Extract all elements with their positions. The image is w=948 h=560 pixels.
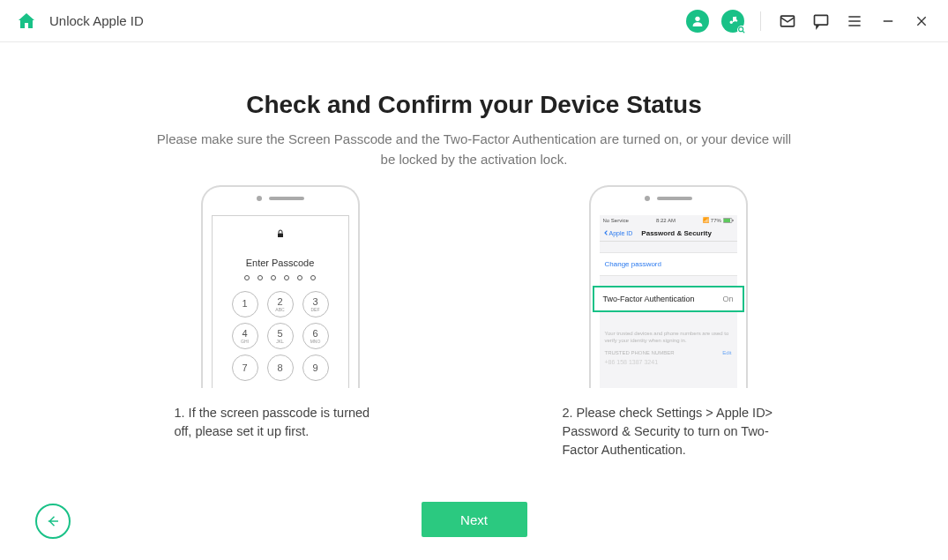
settings-screen: No Service 8:22 AM 📶 77% Apple ID Passwo… <box>600 215 737 388</box>
passcode-dot <box>244 275 250 280</box>
phones-row: Enter Passcode 1 2ABC 3DEF <box>0 185 948 459</box>
mail-icon[interactable] <box>777 11 798 32</box>
tfa-label: Two-Factor Authentication <box>603 295 695 303</box>
nav-row: Apple ID Password & Security <box>600 225 737 242</box>
keypad-key-7: 7 <box>232 355 258 381</box>
settings-phone: No Service 8:22 AM 📶 77% Apple ID Passwo… <box>589 185 748 388</box>
earpiece-icon <box>657 197 692 200</box>
trusted-header: TRUSTED PHONE NUMBER Edit <box>600 348 737 357</box>
account-icon[interactable] <box>686 10 709 33</box>
svg-rect-5 <box>278 234 283 238</box>
status-time: 8:22 AM <box>656 218 676 223</box>
two-factor-row: Two-Factor Authentication On <box>593 286 744 312</box>
keypad-key-5: 5JKL <box>267 323 294 349</box>
titlebar-left: Unlock Apple ID <box>16 11 144 32</box>
enter-passcode-label: Enter Passcode <box>213 258 348 268</box>
phone-top <box>591 187 746 210</box>
svg-rect-8 <box>732 220 733 221</box>
passcode-dot <box>310 275 316 280</box>
nav-title: Password & Security <box>641 229 712 237</box>
page-title: Check and Confirm your Device Status <box>0 91 948 119</box>
passcode-phone: Enter Passcode 1 2ABC 3DEF <box>201 185 360 388</box>
svg-rect-4 <box>815 15 828 25</box>
status-carrier: No Service <box>603 218 629 223</box>
passcode-dot <box>271 275 276 280</box>
keypad-key-8: 8 <box>267 355 294 381</box>
svg-point-1 <box>735 19 737 21</box>
change-password-row: Change password <box>600 252 737 276</box>
settings-column: No Service 8:22 AM 📶 77% Apple ID Passwo… <box>554 185 783 459</box>
svg-point-2 <box>739 26 743 31</box>
keypad-key-3: 3DEF <box>302 291 329 317</box>
edit-link: Edit <box>722 350 731 355</box>
back-button[interactable] <box>35 504 71 539</box>
music-search-icon[interactable] <box>721 10 744 33</box>
titlebar-right <box>686 10 932 33</box>
trusted-phone: +86 158 1387 3241 <box>600 357 737 367</box>
earpiece-icon <box>269 197 304 200</box>
titlebar-title: Unlock Apple ID <box>49 13 144 28</box>
status-battery: 📶 77% <box>703 217 733 223</box>
keypad: 1 2ABC 3DEF 4GHI 5JKL 6MNO 7 8 9 <box>213 291 348 381</box>
minimize-icon[interactable] <box>877 11 899 32</box>
page-subtext: Please make sure the Screen Passcode and… <box>157 130 792 169</box>
titlebar: Unlock Apple ID <box>0 0 948 42</box>
keypad-key-2: 2ABC <box>267 291 294 317</box>
feedback-icon[interactable] <box>810 11 832 32</box>
menu-icon[interactable] <box>844 11 865 32</box>
tfa-description: Your trusted devices and phone numbers a… <box>600 327 737 348</box>
divider <box>760 11 761 31</box>
phone-top <box>203 187 358 210</box>
svg-point-0 <box>695 16 699 20</box>
lock-icon <box>213 228 348 242</box>
back-label: Apple ID <box>609 230 633 236</box>
passcode-dot <box>258 275 263 280</box>
passcode-column: Enter Passcode 1 2ABC 3DEF <box>166 185 395 459</box>
passcode-caption: 1. If the screen passcode is turned off,… <box>166 404 395 441</box>
tfa-value: On <box>722 295 733 303</box>
trusted-label: TRUSTED PHONE NUMBER <box>605 350 675 355</box>
svg-rect-7 <box>723 219 730 222</box>
main-content: Check and Confirm your Device Status Ple… <box>0 42 948 560</box>
back-link-icon: Apple ID <box>603 228 633 237</box>
keypad-key-9: 9 <box>302 355 329 381</box>
settings-caption: 2. Please check Settings > Apple ID> Pas… <box>554 404 783 459</box>
close-icon[interactable] <box>911 11 932 32</box>
keypad-key-1: 1 <box>232 291 258 317</box>
camera-dot-icon <box>645 196 650 201</box>
passcode-dot <box>297 275 302 280</box>
next-button[interactable]: Next <box>422 502 527 537</box>
home-icon[interactable] <box>16 11 37 32</box>
passcode-dot <box>284 275 289 280</box>
passcode-dots <box>213 275 348 280</box>
statusbar: No Service 8:22 AM 📶 77% <box>600 215 737 225</box>
keypad-key-4: 4GHI <box>232 323 258 349</box>
keypad-key-6: 6MNO <box>302 323 329 349</box>
passcode-screen: Enter Passcode 1 2ABC 3DEF <box>212 215 349 388</box>
camera-dot-icon <box>257 196 262 201</box>
